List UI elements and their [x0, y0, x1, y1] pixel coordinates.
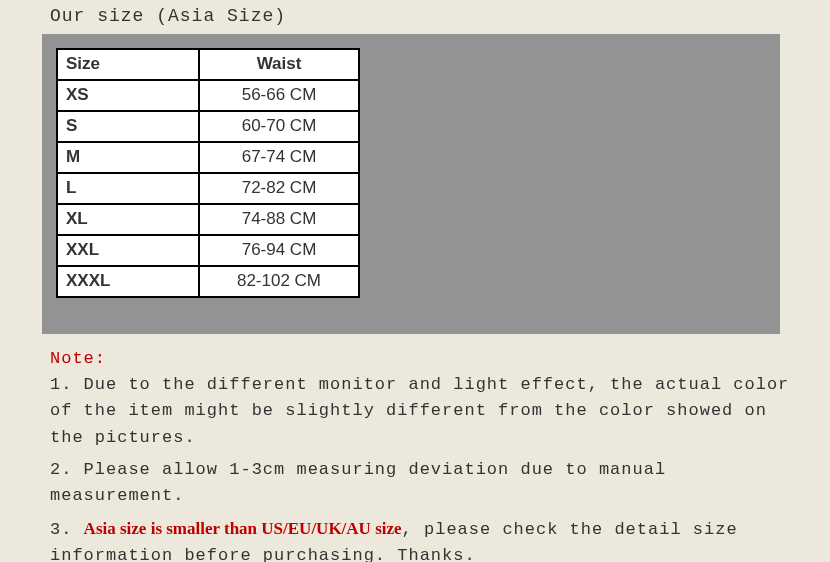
cell-size: XL [57, 204, 199, 235]
cell-waist: 82-102 CM [199, 266, 359, 297]
cell-size: S [57, 111, 199, 142]
cell-waist: 56-66 CM [199, 80, 359, 111]
size-panel: Size Waist XS 56-66 CM S 60-70 CM M 67-7… [42, 34, 780, 334]
note-3-prefix: 3. [50, 520, 84, 539]
table-row: XXL 76-94 CM [57, 235, 359, 266]
cell-size: M [57, 142, 199, 173]
note-2: 2. Please allow 1-3cm measuring deviatio… [50, 457, 790, 510]
cell-waist: 60-70 CM [199, 111, 359, 142]
note-1: 1. Due to the different monitor and ligh… [50, 372, 790, 451]
table-row: XL 74-88 CM [57, 204, 359, 235]
table-row: XXXL 82-102 CM [57, 266, 359, 297]
cell-waist: 74-88 CM [199, 204, 359, 235]
table-row: M 67-74 CM [57, 142, 359, 173]
cell-waist: 76-94 CM [199, 235, 359, 266]
header-size: Size [57, 49, 199, 80]
size-table: Size Waist XS 56-66 CM S 60-70 CM M 67-7… [56, 48, 360, 298]
table-row: XS 56-66 CM [57, 80, 359, 111]
cell-size: XXXL [57, 266, 199, 297]
table-row: S 60-70 CM [57, 111, 359, 142]
cell-size: L [57, 173, 199, 204]
page-title: Our size (Asia Size) [0, 0, 830, 34]
table-header-row: Size Waist [57, 49, 359, 80]
table-row: L 72-82 CM [57, 173, 359, 204]
note-label: Note: [50, 346, 790, 372]
cell-size: XXL [57, 235, 199, 266]
cell-size: XS [57, 80, 199, 111]
cell-waist: 67-74 CM [199, 142, 359, 173]
cell-waist: 72-82 CM [199, 173, 359, 204]
note-3: 3. Asia size is smaller than US/EU/UK/AU… [50, 516, 790, 562]
note-3-warning: Asia size is smaller than US/EU/UK/AU si… [84, 519, 402, 538]
notes-section: Note: 1. Due to the different monitor an… [0, 334, 830, 563]
header-waist: Waist [199, 49, 359, 80]
